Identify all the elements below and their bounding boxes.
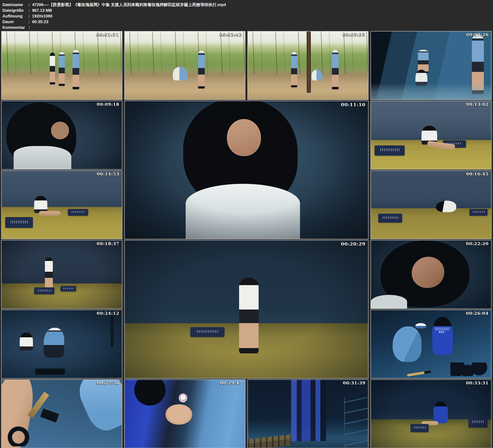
figure-officer (73, 50, 79, 89)
meta-label: Dateiname (2, 2, 28, 8)
video-thumbnail: 00:13:02 (370, 101, 492, 169)
timestamp-overlay: 00:20:29 (341, 241, 365, 246)
figure-officer (472, 34, 484, 94)
timestamp-overlay: 00:05:35 (343, 33, 365, 37)
white-shirt (371, 295, 407, 308)
folded-blanket (468, 417, 488, 427)
timestamp-overlay: 00:01:51 (97, 33, 119, 37)
figure-officer (198, 51, 205, 89)
timestamp-overlay: 00:29:47 (220, 381, 242, 385)
meta-value-comment (32, 24, 493, 30)
video-thumbnail: 00:05:35 (247, 31, 369, 100)
white-shirt (14, 146, 71, 169)
folded-blanket (470, 209, 488, 216)
video-thumbnail: 00:01:51 (1, 31, 122, 100)
timestamp-overlay: 00:03:43 (220, 33, 242, 37)
meta-row-filesize: Dateigröße : 967.13 MB (2, 8, 493, 13)
hands (166, 404, 192, 425)
tree-trunk (307, 32, 311, 93)
folded-blanket (34, 287, 55, 294)
video-thumbnail: 00:09:18 (1, 101, 122, 169)
video-thumbnail: 00:33:31 (370, 379, 492, 448)
meta-label: Auflösung (2, 13, 28, 19)
meta-value-filename: 47299----【胜景影视】《毒玫瑰落网》中集 支援人员到来顺利将毒玫瑰押解回… (32, 2, 493, 8)
stair-railing (344, 397, 368, 448)
thumbnail-grid: 00:01:51 00:03:43 00:05:35 00:07:26 00:0… (0, 31, 493, 448)
figure-standing-woman (239, 278, 258, 353)
face (412, 257, 444, 288)
figure-prisoner: 952 (432, 317, 453, 355)
timestamp-overlay: 00:26:04 (466, 311, 489, 315)
doorway-figures (291, 380, 326, 441)
folded-blanket (190, 327, 224, 337)
timestamp-overlay: 00:14:53 (97, 172, 119, 176)
video-thumbnail: 00:29:47 (124, 379, 245, 448)
timestamp-overlay: 00:22:20 (466, 241, 489, 246)
figure-woman (50, 53, 55, 84)
chains (450, 362, 489, 376)
meta-colon: : (28, 8, 32, 13)
timestamp-overlay: 00:24:12 (97, 311, 119, 315)
white-shirt (186, 184, 300, 239)
video-thumbnail: 00:14:53 (1, 170, 122, 239)
figure-crouched-officer (393, 326, 422, 362)
timestamp-overlay: 00:16:45 (466, 172, 489, 176)
face (227, 119, 261, 156)
meta-value-duration: 00:35:23 (32, 19, 493, 24)
folded-blanket (375, 146, 405, 156)
folded-blanket (61, 286, 76, 291)
officer-cap (415, 323, 426, 329)
video-contact-sheet: Dateiname : 47299----【胜景影视】《毒玫瑰落网》中集 支援人… (0, 0, 493, 448)
figure-standing-woman (45, 258, 53, 292)
timestamp-overlay: 00:27:56 (97, 381, 119, 385)
folded-blanket (378, 214, 402, 223)
wooden-plank (248, 435, 291, 448)
police-badge (179, 393, 187, 402)
folded-blanket (411, 424, 429, 432)
video-thumbnail: 00:27:56 (1, 379, 122, 448)
timestamp-overlay: 00:09:18 (97, 102, 119, 106)
meta-value-resolution: 1920x1080 (32, 13, 493, 19)
video-thumbnail: 00:03:43 (124, 31, 245, 100)
figure-prisoner (434, 402, 448, 423)
meta-row-comment: Kommentar : (2, 24, 493, 30)
meta-colon: : (28, 19, 32, 24)
meta-row-filename: Dateiname : 47299----【胜景影视】《毒玫瑰落网》中集 支援人… (2, 2, 493, 8)
folded-blanket (68, 209, 88, 216)
timestamp-overlay: 00:18:37 (97, 241, 119, 246)
meta-colon: : (28, 24, 32, 30)
hanging-tongs (111, 316, 113, 347)
file-info-header: Dateiname : 47299----【胜景影视】《毒玫瑰落网》中集 支援人… (0, 0, 493, 31)
figure-crouched-officer (44, 328, 64, 358)
timestamp-overlay: 00:11:10 (341, 102, 365, 107)
video-thumbnail: 00:16:45 (370, 170, 492, 239)
video-thumbnail: 00:18:37 (1, 240, 122, 309)
video-thumbnail-large: 00:11:10 (124, 101, 369, 239)
meta-colon: : (28, 13, 32, 19)
hammer-head (40, 408, 59, 422)
meta-value-filesize: 967.13 MB (32, 8, 493, 13)
figure-seated-woman (34, 196, 47, 213)
video-thumbnail: 00:22:20 (370, 240, 492, 309)
video-thumbnail: 952 00:26:04 (370, 310, 492, 379)
meta-colon: : (28, 2, 32, 8)
figure-crouched-woman (415, 70, 427, 86)
meta-label: Dauer (2, 19, 28, 24)
video-thumbnail: 00:31:39 (247, 379, 369, 448)
chains (35, 369, 67, 375)
figure-seated-woman (312, 70, 322, 81)
figure-crouched-woman (436, 201, 456, 212)
hair (134, 379, 166, 405)
timestamp-overlay: 00:07:26 (466, 33, 489, 37)
officer-sleeve (74, 379, 122, 436)
hammer (407, 370, 431, 377)
video-thumbnail: 00:07:26 (370, 31, 492, 100)
figure-officer (332, 50, 339, 89)
video-thumbnail: 00:24:12 (1, 310, 122, 379)
meta-label: Kommentar (2, 24, 28, 30)
timestamp-overlay: 00:13:02 (466, 102, 489, 106)
figure-seated-pair (173, 67, 187, 80)
figure-officer (59, 52, 65, 86)
meta-row-duration: Dauer : 00:35:23 (2, 19, 493, 24)
meta-row-resolution: Auflösung : 1920x1080 (2, 13, 493, 19)
